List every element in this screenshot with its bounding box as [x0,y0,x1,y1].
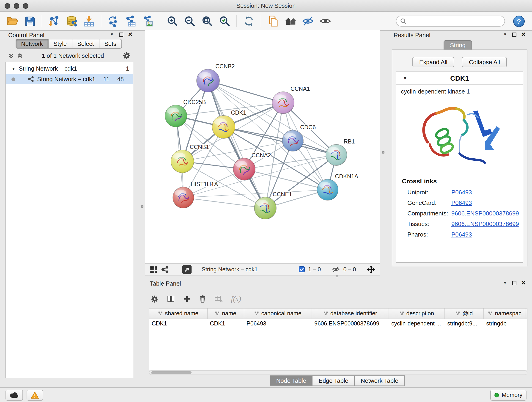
expand-all-icon[interactable] [17,52,23,58]
selection-checkbox[interactable] [299,266,305,272]
zoom-out-button[interactable] [182,13,197,29]
edge-HIST1H1A-CCNE1[interactable] [183,198,265,208]
column-header-label: shared name [165,310,198,317]
network-table-button[interactable] [123,13,138,29]
crosslink-value-link[interactable]: P06493 [451,199,472,206]
panel-minimize-icon[interactable]: ▼ [110,32,114,37]
tree-row-network-collection[interactable]: ▼ String Network – cdk1 1 [6,63,133,74]
grid-view-icon[interactable] [150,266,157,273]
column-header-namespac[interactable]: namespac [484,308,526,319]
save-session-button[interactable] [22,13,38,29]
panel-float-icon[interactable] [512,32,516,37]
table-panel-controls: ▼ × [503,280,526,286]
network-collection-count: 1 [126,65,129,72]
memory-button[interactable]: Memory [490,389,526,400]
panel-close-icon[interactable]: × [128,32,133,37]
right-splitter-handle[interactable] [382,151,385,153]
column-header-description[interactable]: description [389,308,445,319]
tab-node-table[interactable]: Node Table [270,375,312,386]
hide-selected-button[interactable] [300,13,316,29]
crosslink-value-link[interactable]: P06493 [451,189,472,196]
cell-shared-name[interactable]: CDK1 [149,319,208,329]
disclosure-triangle-icon[interactable]: ▼ [403,75,407,80]
collapse-all-icon[interactable] [8,52,14,58]
tree-row-network[interactable]: String Network – cdk1 11 48 [6,74,133,84]
function-builder-icon[interactable]: f(x) [231,295,241,303]
panel-close-icon[interactable]: × [521,280,526,286]
tab-select[interactable]: Select [72,39,99,49]
protein-card-header[interactable]: ▼ CDK1 [396,71,523,85]
column-header-database-identifier[interactable]: database identifier [312,308,389,319]
tab-sets[interactable]: Sets [99,39,122,49]
refresh-button[interactable] [241,13,257,29]
cell-canonical-name[interactable]: P06493 [244,319,312,329]
panel-float-icon[interactable] [119,32,123,37]
expand-all-button[interactable]: Expand All [412,57,454,67]
zoom-fit-button[interactable] [199,13,215,29]
cell-database-identifier[interactable]: 9606.ENSP00000378699 [312,319,389,329]
edge-RB1-HIST1H1A[interactable] [183,155,336,198]
import-network-file-button[interactable] [46,13,62,29]
string-home-button[interactable] [283,13,298,29]
protein-description: cyclin-dependent kinase 1 [396,85,523,95]
tab-edge-table[interactable]: Edge Table [313,375,355,386]
column-header-canonical-name[interactable]: canonical name [244,308,312,319]
new-network-from-selection-button[interactable] [105,13,121,29]
edge-CCNB2-CCNE1[interactable] [208,81,265,208]
delete-column-trash-icon[interactable] [199,295,206,303]
network-arrow-icon [107,15,119,27]
show-columns-icon[interactable] [167,295,175,303]
column-type-icon [456,311,460,316]
cell-description[interactable]: cyclin-dependent ... [389,319,445,329]
control-panel-tabs: Network Style Select Sets [16,39,122,49]
panel-float-icon[interactable] [512,281,516,285]
table-horizontal-scrollbar[interactable] [149,370,527,375]
network-view-icon[interactable] [161,266,169,273]
edge-CCNB2-CCNA1[interactable] [208,81,283,103]
results-tab-string[interactable]: String [443,40,472,50]
bottom-splitter-handle[interactable] [336,275,338,277]
panel-minimize-icon[interactable]: ▼ [503,281,507,285]
pan-crosshair-icon[interactable] [367,265,375,274]
copy-document-button[interactable] [265,13,281,29]
import-table-button[interactable] [81,13,97,29]
tab-network[interactable]: Network [16,39,48,49]
panel-minimize-icon[interactable]: ▼ [503,32,507,37]
column-header-name[interactable]: name [208,308,244,319]
network-canvas[interactable]: CCNB2CCNA1CDC25BCDK1CDC6RB1CCNB1CCNA2CDK… [145,30,380,263]
table-row[interactable]: CDK1CDK1P064939606.ENSP00000378699cyclin… [149,319,527,329]
show-graphics-details-button[interactable] [317,13,333,29]
network-graph[interactable]: CCNB2CCNA1CDC25BCDK1CDC6RB1CCNB1CCNA2CDK… [145,30,380,263]
table-settings-gear-icon[interactable] [151,295,158,303]
birdseye-view-button[interactable] [182,265,191,274]
zoom-in-button[interactable] [165,13,180,29]
crosslink-value-link[interactable]: 9606.ENSP00000378699 [451,210,519,217]
tab-network-table[interactable]: Network Table [355,375,405,386]
documents-icon [268,15,279,27]
warnings-button[interactable] [27,389,43,400]
global-search-box[interactable] [396,16,505,27]
gear-icon[interactable] [123,51,131,59]
search-input[interactable] [409,18,501,24]
cell-name[interactable]: CDK1 [208,319,244,329]
cell--id[interactable]: stringdb:9... [445,319,484,329]
crosslink-value-link[interactable]: P06493 [451,231,472,238]
open-session-button[interactable] [5,13,20,29]
panel-close-icon[interactable]: × [521,32,526,37]
column-header-shared-name[interactable]: shared name [149,308,208,319]
collapse-all-button[interactable]: Collapse All [462,57,507,67]
disclosure-triangle-icon[interactable]: ▼ [12,66,16,71]
zoom-selected-button[interactable] [217,13,232,29]
add-column-plus-icon[interactable] [183,295,191,303]
column-header--id[interactable]: @id [445,308,484,319]
cloud-status-button[interactable] [6,389,23,400]
help-button[interactable]: ? [513,15,525,27]
crosslink-value-link[interactable]: 9606.ENSP00000378699 [451,220,519,227]
cell-namespac[interactable]: stringdb [484,319,526,329]
scrollbar-thumb[interactable] [151,371,191,374]
export-image-button[interactable] [140,13,156,29]
memory-label: Memory [502,392,522,398]
left-splitter-handle[interactable] [141,205,143,208]
import-network-database-button[interactable] [64,13,79,29]
tab-style[interactable]: Style [48,39,72,49]
